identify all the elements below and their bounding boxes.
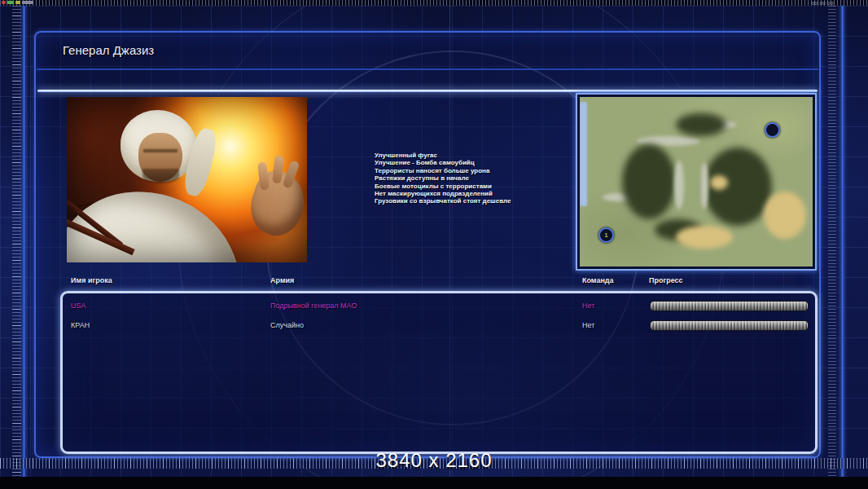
players-panel: USA Подрывной генерал МАО Нет КРАН Случа… [60, 291, 818, 454]
bonus-line: Боевые мотоциклы с террористами [375, 183, 578, 190]
portrait-vignette [67, 97, 307, 262]
bottom-black-bar [0, 477, 868, 489]
title-underline [37, 68, 818, 70]
player-team: Нет [582, 321, 594, 329]
right-ruler [828, 0, 836, 489]
sand-patch [710, 175, 728, 190]
map-terrain: 1 [580, 97, 813, 267]
player-army: Подрывной генерал МАО [270, 302, 357, 310]
player-team: Нет [582, 302, 594, 310]
column-header-team: Команда [582, 276, 614, 284]
loading-dialog: Генерал Джазиз Улучшенный фугас Улучшен [34, 31, 821, 458]
column-header-army: Армия [270, 276, 294, 284]
ridge [674, 161, 684, 209]
sand-patch [764, 192, 806, 239]
general-portrait [67, 97, 307, 262]
top-ruler [0, 0, 868, 6]
left-accent-line [23, 0, 25, 489]
bonus-line: Грузовики со взрывчаткой стоят дешевле [375, 197, 578, 205]
start-position-marker-1: 1 [598, 227, 614, 243]
right-accent-line [841, 0, 844, 489]
sand-patch [676, 226, 733, 249]
bonus-line: Улучшенный фугас [375, 152, 578, 159]
player-name: КРАН [71, 321, 90, 329]
column-header-progress: Прогресс [649, 276, 683, 284]
start-position-marker-2 [765, 122, 780, 138]
bonus-line: Нет маскирующихся подразделений [375, 190, 578, 197]
player-army: Случайно [270, 321, 304, 329]
bonus-line: Растяжки доступны в начале [375, 174, 578, 182]
debug-overlay [2, 1, 33, 5]
loading-progress-bar [650, 301, 809, 311]
column-header-player-name: Имя игрока [71, 276, 112, 284]
session-timer: 00:00:00 [812, 1, 834, 6]
bonus-line: Улучшение - Бомба самоубийц [375, 159, 578, 166]
player-row: КРАН Случайно Нет [63, 319, 815, 333]
resolution-label: 3840 x 2160 [0, 449, 868, 472]
player-name: USA [71, 302, 86, 310]
general-title: Генерал Джазиз [63, 43, 154, 57]
forest-patch [622, 144, 676, 219]
loading-progress-bar [650, 320, 809, 331]
bonus-line: Террористы наносят больше урона [375, 167, 578, 174]
general-bonus-list: Улучшенный фугас Улучшение - Бомба самоу… [375, 152, 578, 205]
map-preview: 1 [576, 93, 817, 271]
water-strip [580, 102, 587, 206]
ridge [700, 162, 708, 209]
forest-patch [676, 113, 726, 136]
left-ruler [12, 0, 21, 489]
player-row: USA Подрывной генерал МАО Нет [63, 299, 815, 314]
glow-divider [37, 90, 818, 92]
loading-screen: 00:00:00 Генерал Джазиз Улучшенный фу [0, 0, 868, 489]
